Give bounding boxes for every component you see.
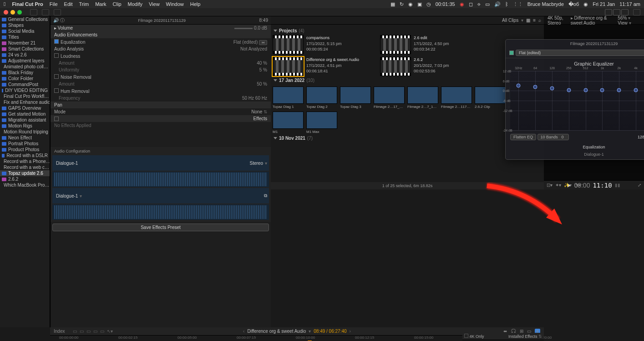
menu-mark[interactable]: Mark bbox=[95, 1, 106, 7]
siri-icon[interactable]: ◉ bbox=[583, 1, 588, 7]
menu-clip[interactable]: Clip bbox=[113, 1, 122, 7]
timeline-toggle[interactable] bbox=[613, 9, 620, 15]
eq-band-node[interactable] bbox=[517, 83, 521, 87]
row-checkbox[interactable] bbox=[54, 39, 59, 44]
sidebar-item[interactable]: Adjustment layers bbox=[0, 58, 50, 64]
keyword-button[interactable] bbox=[42, 9, 49, 15]
window-controls[interactable] bbox=[4, 10, 22, 15]
list-view-icon[interactable]: ≡ bbox=[533, 18, 536, 23]
row-checkbox[interactable] bbox=[54, 53, 59, 58]
tl-tool-icon[interactable]: ▭ bbox=[80, 329, 84, 334]
sidebar-item[interactable]: Motion Rigs bbox=[0, 123, 50, 129]
menu-file[interactable]: File bbox=[50, 1, 58, 7]
enhance-tool-icon[interactable]: ✨▾ bbox=[564, 183, 572, 188]
volume-icon[interactable]: 🔊 bbox=[494, 1, 501, 7]
retime-tool-icon[interactable]: ✦▾ bbox=[555, 183, 561, 188]
tl-tool-icon[interactable]: ▭ bbox=[100, 329, 104, 334]
graphic-eq-panel[interactable]: Filmage 20220117131129 Flat (edited)▾ ‹ … bbox=[505, 39, 644, 160]
eq-enable-checkbox[interactable] bbox=[509, 51, 514, 55]
volume-slider[interactable] bbox=[234, 28, 253, 29]
bands-toggle[interactable]: 10 Bands 0 bbox=[538, 134, 569, 140]
eq-preset-select[interactable]: Flat (edited)▾ bbox=[516, 50, 644, 56]
menu-window[interactable]: Window bbox=[166, 1, 184, 7]
project-item[interactable]: comparisons17/1/2022, 5:15 pm00:00:05:24 bbox=[273, 35, 377, 54]
sidebar-item[interactable]: Record with a Phone… bbox=[0, 158, 50, 164]
sidebar-item[interactable]: Animated photo coll… bbox=[0, 64, 50, 70]
audio-meter-icon[interactable]: ▮▮ bbox=[615, 183, 620, 188]
sidebar-item[interactable]: 2.6.2 bbox=[0, 176, 50, 182]
tl-tool-icon[interactable]: ▭ bbox=[73, 329, 77, 334]
status-icon[interactable]: ⎆ bbox=[477, 1, 481, 7]
sidebar-item[interactable]: Black Friday bbox=[0, 70, 50, 76]
user-name[interactable]: Bruce Macbryde bbox=[527, 1, 564, 7]
clip-item[interactable]: M1 bbox=[273, 112, 304, 134]
eq-band-node[interactable] bbox=[634, 88, 638, 92]
sidebar-item[interactable]: Smart Collections bbox=[0, 46, 50, 52]
sidebar-item[interactable]: Neon Effect bbox=[0, 135, 50, 141]
clip-item[interactable]: Filmage 2…7_125240 bbox=[407, 87, 438, 109]
sidebar-item[interactable]: 24 vs 2.6 bbox=[0, 52, 50, 58]
tl-tool-icon[interactable]: ▭ bbox=[86, 329, 91, 334]
clip-item[interactable]: Topaz Diag 3 bbox=[340, 87, 371, 109]
sidebar-item[interactable]: General Collections bbox=[0, 16, 50, 22]
audio-component-row[interactable]: Dialogue-1 Stereo▾ bbox=[52, 155, 269, 171]
menu-help[interactable]: Help bbox=[190, 1, 201, 7]
browser-toggle[interactable] bbox=[605, 9, 612, 15]
refresh-icon[interactable]: ↻ bbox=[400, 1, 404, 7]
inspector-toggle[interactable] bbox=[621, 9, 629, 15]
tl-tool-icon[interactable]: ▭ bbox=[93, 329, 97, 334]
sidebar-item[interactable]: Which MacBook Pro… bbox=[0, 182, 50, 188]
project-item[interactable]: 2.6 edit17/1/2022, 4:50 pm00:03:34:22 bbox=[380, 35, 485, 54]
project-item[interactable]: Difference org & sweet Audio17/1/2022, 4… bbox=[273, 57, 377, 76]
sidebar-item[interactable]: Social Media bbox=[0, 28, 50, 34]
eq-band-node[interactable] bbox=[583, 88, 588, 92]
menu-view[interactable]: View bbox=[149, 1, 160, 7]
menu-edit[interactable]: Edit bbox=[64, 1, 73, 7]
save-effects-preset-button[interactable]: Save Effects Preset bbox=[52, 224, 269, 231]
row-checkbox[interactable] bbox=[54, 74, 59, 79]
disclosure-icon[interactable] bbox=[274, 79, 277, 81]
eq-band-node[interactable] bbox=[567, 88, 571, 92]
fullscreen-icon[interactable]: ⤢ bbox=[638, 183, 641, 188]
component-format[interactable]: Stereo bbox=[250, 161, 263, 166]
volume-disclosure-icon[interactable]: ▸ bbox=[54, 25, 56, 31]
disclosure-icon[interactable] bbox=[274, 30, 277, 32]
apple-menu-icon[interactable]:  bbox=[4, 1, 5, 7]
index-button[interactable]: Index bbox=[50, 329, 68, 334]
sidebar-item[interactable]: Product Photos bbox=[0, 147, 50, 153]
control-center-icon[interactable]: �об bbox=[568, 1, 579, 7]
sidebar-item[interactable]: Fix and Enhance audio bbox=[0, 99, 50, 105]
audio-inspector-tab-icon[interactable]: 🔊 bbox=[53, 18, 59, 23]
grid-view-icon[interactable]: ▦ bbox=[526, 18, 530, 23]
flatten-eq-button[interactable]: Flatten EQ bbox=[510, 134, 536, 140]
sidebar-item[interactable]: Portrait Photos bbox=[0, 141, 50, 147]
arrow-tool-icon[interactable]: ↖▾ bbox=[107, 329, 113, 334]
retime-menu-icon[interactable]: ◔▾ bbox=[574, 183, 581, 188]
clip-item[interactable]: M1 Max bbox=[306, 112, 337, 134]
browser-filter[interactable]: All Clips bbox=[502, 18, 518, 23]
viewer-zoom[interactable]: 56% bbox=[618, 15, 627, 20]
record-icon[interactable]: ◉ bbox=[460, 1, 464, 7]
sidebar-item[interactable]: Migration assistant bbox=[0, 117, 50, 123]
eq-band-node[interactable] bbox=[550, 87, 554, 91]
transform-tool-icon[interactable]: ⊡▾ bbox=[547, 183, 553, 188]
import-button[interactable] bbox=[30, 9, 37, 15]
sidebar-item[interactable]: Topaz update 2.6 bbox=[0, 170, 50, 176]
menu-trim[interactable]: Trim bbox=[79, 1, 89, 7]
display-icon[interactable]: ▭ bbox=[485, 1, 490, 7]
eq-open-button[interactable]: ⫘ bbox=[259, 40, 267, 45]
bg-tasks-button[interactable] bbox=[54, 9, 61, 15]
disclosure-icon[interactable] bbox=[274, 137, 277, 139]
stop-icon[interactable]: ◻ bbox=[469, 1, 473, 7]
eq-band-node[interactable] bbox=[617, 88, 621, 92]
eq-band-node[interactable] bbox=[600, 88, 604, 92]
history-fwd-icon[interactable]: › bbox=[350, 329, 351, 334]
sidebar-item[interactable]: Shapes bbox=[0, 22, 50, 28]
history-back-icon[interactable]: ‹ bbox=[243, 329, 244, 334]
audio-component-row[interactable]: Dialogue-1▾ ⧉ bbox=[52, 188, 269, 204]
clip-item[interactable]: Topaz Diag 2 bbox=[306, 87, 337, 109]
menu-modify[interactable]: Modify bbox=[128, 1, 142, 7]
sidebar-item[interactable]: Record with a DSLR bbox=[0, 153, 50, 158]
sidebar-item[interactable]: Get started Motion bbox=[0, 111, 50, 117]
sidebar-item[interactable]: Record with a web c… bbox=[0, 164, 50, 170]
